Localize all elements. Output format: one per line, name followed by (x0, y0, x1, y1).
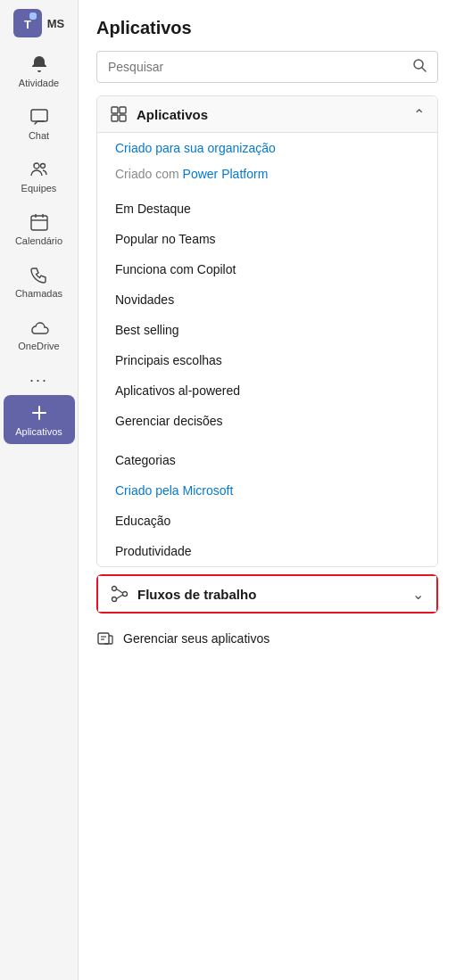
separator-2 (97, 436, 437, 445)
menu-item-criado-org[interactable]: Criado para sua organização (97, 133, 437, 163)
menu-item-popular[interactable]: Popular no Teams (97, 224, 437, 254)
aplicativos-section-title: Aplicativos (137, 107, 208, 122)
svg-rect-3 (31, 110, 47, 121)
sidebar-item-onedrive[interactable]: OneDrive (4, 309, 75, 358)
fluxos-section-title: Fluxos de trabalho (137, 587, 256, 602)
manage-apps-label: Gerenciar seus aplicativos (123, 631, 269, 646)
workflow-icon (111, 585, 129, 603)
svg-rect-14 (112, 107, 118, 113)
svg-point-5 (40, 164, 45, 169)
fluxos-title-wrap: Fluxos de trabalho (111, 585, 256, 603)
teams-icon (29, 159, 50, 180)
sidebar-item-calendario[interactable]: Calendário (4, 204, 75, 253)
svg-point-20 (112, 597, 117, 602)
sidebar-item-aplicativos[interactable]: Aplicativos (4, 395, 75, 444)
svg-rect-15 (120, 107, 126, 113)
sidebar-item-label: Chat (29, 130, 49, 141)
chevron-up-icon: ⌃ (413, 106, 425, 123)
menu-item-educacao[interactable]: Educação (97, 506, 437, 536)
sidebar-item-label: Chamadas (15, 288, 62, 299)
fluxos-section: Fluxos de trabalho ⌄ (96, 574, 438, 614)
more-button[interactable]: ... (4, 360, 75, 393)
svg-rect-21 (98, 633, 109, 644)
sidebar-item-label: Calendário (15, 235, 62, 246)
sidebar-item-equipes[interactable]: Equipes (4, 152, 75, 201)
chevron-down-icon: ⌄ (412, 586, 424, 603)
search-input[interactable] (108, 60, 405, 74)
search-bar[interactable] (96, 51, 438, 83)
ellipsis-icon: ... (29, 367, 48, 386)
main-content: Aplicativos Aplicativos ⌃ (79, 0, 456, 980)
menu-item-ai-powered[interactable]: Aplicativos al-powered (97, 375, 437, 406)
chat-icon (29, 106, 50, 128)
menu-item-copilot[interactable]: Funciona com Copilot (97, 254, 437, 284)
svg-point-19 (123, 592, 128, 597)
manage-apps-row[interactable]: Gerenciar seus aplicativos (79, 621, 456, 656)
menu-item-principais[interactable]: Principais escolhas (97, 345, 437, 375)
menu-item-novidades[interactable]: Novidades (97, 284, 437, 315)
sidebar-item-label: Equipes (21, 183, 57, 194)
page-title: Aplicativos (79, 0, 456, 51)
bell-icon (29, 54, 50, 75)
sidebar-item-chamadas[interactable]: Chamadas (4, 257, 75, 306)
sidebar-header: T MS (0, 0, 78, 45)
user-initials: MS (47, 17, 65, 30)
aplicativos-section: Aplicativos ⌃ Criado para sua organizaçã… (96, 95, 438, 567)
section-title-wrap: Aplicativos (110, 105, 208, 123)
criado-com-label: Criado com (115, 167, 179, 181)
sidebar-item-label: OneDrive (18, 341, 59, 351)
sidebar-apps-label: Aplicativos (15, 426, 62, 437)
manage-apps-icon (96, 630, 114, 647)
sidebar-item-label: Atividade (19, 78, 59, 88)
svg-rect-2 (29, 12, 37, 20)
svg-line-13 (422, 68, 426, 71)
search-icon (412, 58, 427, 76)
plus-icon (29, 402, 50, 424)
svg-rect-17 (120, 115, 126, 121)
menu-item-gerenciar-decisoes[interactable]: Gerenciar decisões (97, 406, 437, 436)
svg-text:T: T (24, 18, 31, 31)
teams-logo-icon: T (13, 9, 42, 37)
menu-item-produtividade[interactable]: Produtividade (97, 536, 437, 566)
svg-point-4 (34, 163, 39, 169)
svg-point-18 (112, 587, 117, 591)
menu-item-power-platform[interactable]: Criado com Power Platform (97, 163, 437, 185)
onedrive-icon (29, 317, 50, 338)
svg-rect-6 (31, 216, 47, 230)
phone-icon (29, 264, 50, 285)
menu-item-microsoft[interactable]: Criado pela Microsoft (97, 475, 437, 506)
svg-rect-16 (112, 115, 118, 121)
separator-1 (97, 185, 437, 194)
apps-grid-icon (110, 105, 128, 123)
menu-item-categorias[interactable]: Categorias (97, 445, 437, 475)
power-platform-label: Power Platform (183, 167, 269, 181)
menu-item-em-destaque[interactable]: Em Destaque (97, 194, 437, 224)
aplicativos-section-header[interactable]: Aplicativos ⌃ (97, 96, 437, 133)
sidebar: T MS Atividade Chat (0, 0, 79, 980)
calendar-icon (29, 211, 50, 233)
fluxos-section-header[interactable]: Fluxos de trabalho ⌄ (98, 576, 436, 612)
menu-item-best-selling[interactable]: Best selling (97, 315, 437, 345)
sidebar-item-chat[interactable]: Chat (4, 99, 75, 148)
sidebar-item-atividade[interactable]: Atividade (4, 46, 75, 95)
